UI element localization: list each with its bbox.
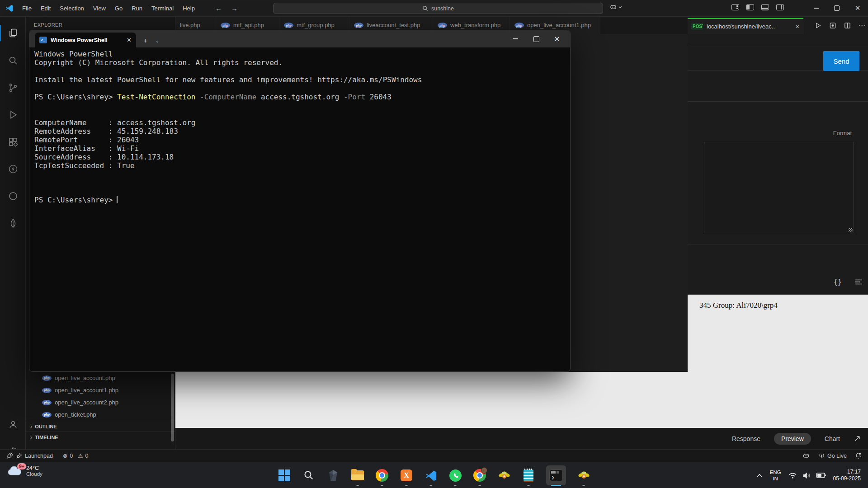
taskbar-icons: X ❯_ (277, 462, 591, 488)
thunder-client-icon[interactable] (0, 158, 26, 180)
chrome-button[interactable] (375, 464, 389, 487)
weather-widget[interactable]: 9+ 24°C Cloudy (6, 465, 42, 477)
expand-diagonal-icon[interactable] (854, 435, 861, 442)
split-editor-icon[interactable] (844, 22, 851, 29)
search-input[interactable]: sunshine (273, 3, 603, 14)
toggle-secondary-sidebar-icon[interactable] (776, 4, 784, 10)
gear-wings-app-2-button[interactable] (576, 464, 591, 487)
menu-file[interactable]: File (18, 3, 36, 14)
terminal-tab[interactable]: >_ Windows PowerShell ✕ (35, 33, 136, 47)
search-sidebar-icon[interactable] (0, 50, 26, 71)
terminal-minimize-button[interactable] (505, 30, 526, 47)
menu-help[interactable]: Help (179, 3, 199, 14)
window-minimize-button[interactable] (806, 0, 826, 16)
toggle-sidebar-icon[interactable] (746, 4, 754, 10)
request-tab[interactable]: POST localhost/sunshine/liveac.. × (688, 18, 803, 34)
tab-dropdown-icon[interactable]: ⌄ (156, 38, 159, 43)
toggle-panel-icon[interactable] (761, 4, 769, 10)
nav-forward-icon[interactable]: → (231, 5, 238, 12)
run-debug-icon[interactable] (0, 104, 26, 126)
start-button[interactable] (277, 464, 292, 487)
command-name: Test-NetConnection (117, 93, 195, 101)
terminal-titlebar[interactable]: >_ Windows PowerShell ✕ + ⌄ ✕ (29, 30, 570, 47)
outline-section[interactable]: › OUTLINE (26, 421, 175, 432)
terminal-close-button[interactable]: ✕ (547, 30, 567, 47)
new-tab-button[interactable]: + (143, 37, 147, 44)
taskbar-search-button[interactable] (302, 464, 316, 487)
file-name: open_live_account2.php (55, 399, 118, 406)
tray-status-icons[interactable] (788, 472, 826, 479)
powershell-window: >_ Windows PowerShell ✕ + ⌄ ✕ Windows Po… (29, 30, 571, 372)
search-icon (303, 470, 314, 481)
xampp-button[interactable]: X (399, 464, 414, 487)
file-explorer-button[interactable] (350, 464, 365, 487)
notifications-bell-icon[interactable] (855, 452, 862, 459)
timeline-section[interactable]: › TIMELINE (26, 432, 175, 442)
run-request-icon[interactable] (815, 22, 821, 29)
source-control-icon[interactable] (0, 77, 26, 99)
tray-chevron-up-icon[interactable] (756, 474, 763, 478)
menu-go[interactable]: Go (111, 3, 127, 14)
more-actions-icon[interactable]: ⋯ (859, 21, 865, 29)
tab-close-icon[interactable]: × (796, 23, 799, 30)
vscode-logo-icon (5, 4, 14, 12)
windows-terminal-button[interactable]: ❯_ (546, 464, 566, 487)
taskbar-clock[interactable]: 17:17 05-09-2025 (833, 469, 861, 482)
send-button[interactable]: Send (823, 51, 859, 71)
mongodb-icon[interactable] (0, 212, 26, 234)
tab-response[interactable]: Response (732, 435, 760, 442)
menu-selection[interactable]: Selection (56, 3, 88, 14)
file-row[interactable]: php open_live_account.php (26, 372, 175, 384)
menu-view[interactable]: View (89, 3, 110, 14)
plug-icon (16, 453, 22, 459)
weather-badge: 9+ (17, 463, 26, 469)
whatsapp-button[interactable] (448, 464, 462, 487)
open-settings-editor-icon[interactable] (829, 22, 836, 29)
language-indicator[interactable]: ENG IN (770, 469, 781, 482)
file-row[interactable]: php open_ticket.php (26, 408, 175, 421)
terminal-content[interactable]: Windows PowerShell Copyright (C) Microso… (29, 47, 570, 204)
menu-edit[interactable]: Edit (37, 3, 55, 14)
broadcast-tower-icon (818, 452, 825, 459)
window-maximize-button[interactable] (826, 0, 847, 16)
record-ring-icon[interactable] (0, 185, 26, 207)
terminal-tab-close-icon[interactable]: ✕ (127, 37, 132, 43)
tab-chart[interactable]: Chart (825, 435, 840, 442)
menu-lines-icon[interactable] (854, 279, 863, 285)
customize-layout-icon[interactable] (731, 4, 739, 10)
terminal-result-line: RemoteAddress : 45.159.248.183 (34, 127, 570, 136)
terminal-tab-title: Windows PowerShell (51, 37, 108, 43)
desktop: File Edit Selection View Go Run Terminal… (0, 0, 868, 488)
chrome-profile-button[interactable] (472, 464, 487, 487)
explorer-icon[interactable] (0, 22, 26, 44)
scrollbar-thumb[interactable] (171, 374, 174, 441)
account-icon[interactable] (0, 413, 26, 435)
problems-indicator[interactable]: ⊗ 0 ⚠ 0 (63, 452, 89, 459)
menu-terminal[interactable]: Terminal (147, 3, 178, 14)
nav-back-icon[interactable]: ← (215, 5, 222, 12)
vscode-button[interactable] (424, 464, 438, 487)
tab-preview[interactable]: Preview (774, 433, 811, 445)
xampp-icon: X (401, 469, 412, 481)
url-input[interactable]: Send (688, 45, 868, 70)
copilot-button[interactable] (609, 4, 622, 10)
file-row[interactable]: php open_live_account2.php (26, 396, 175, 408)
notepad-button[interactable] (521, 464, 536, 487)
command-param: -Port (344, 93, 365, 101)
copilot-status-icon[interactable] (802, 452, 810, 459)
prompt: PS C:\Users\shrey> (34, 196, 113, 204)
request-body-textarea[interactable] (704, 142, 854, 233)
extensions-icon[interactable] (0, 131, 26, 153)
json-format-icon[interactable]: {} (834, 278, 842, 286)
obsidian-app-button[interactable] (326, 464, 340, 487)
launchpad-button[interactable]: Launchpad (0, 452, 53, 459)
menu-run[interactable]: Run (127, 3, 146, 14)
file-row[interactable]: php open_live_account1.php (26, 384, 175, 396)
gear-wings-app-button[interactable] (497, 464, 511, 487)
terminal-maximize-button[interactable] (526, 30, 547, 47)
explorer-header: EXPLORER (34, 22, 62, 28)
window-close-button[interactable]: ✕ (847, 0, 868, 16)
go-live-button[interactable]: Go Live (818, 452, 847, 459)
powershell-icon: >_ (39, 37, 47, 43)
format-label[interactable]: Format (833, 130, 852, 136)
